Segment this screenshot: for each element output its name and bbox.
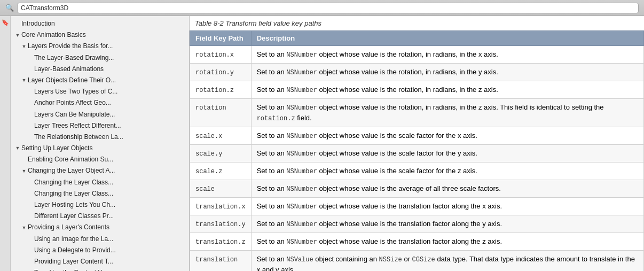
toc-item-layer-objects-define[interactable]: ▼Layer Objects Define Their O...	[11, 75, 189, 86]
toc-label-introduction: Introduction	[21, 19, 55, 29]
triangle-icon-setting-up-layer[interactable]: ▼	[15, 144, 20, 152]
description-cell: Set to an NSNumber object whose value is…	[251, 145, 643, 162]
content-area[interactable]: Table 8-2 Transform field value key path…	[190, 16, 644, 271]
toc-item-layers-can-manipulate[interactable]: Layers Can Be Manipulate...	[11, 109, 189, 120]
toc-item-core-animation-basics[interactable]: ▼Core Animation Basics	[11, 29, 189, 41]
table-row: translation.zSet to an NSNumber object w…	[190, 233, 644, 251]
search-input[interactable]	[17, 3, 639, 13]
toc-item-layer-hosting[interactable]: Layer Hosting Lets You Ch...	[11, 199, 189, 211]
description-cell: Set to an NSNumber object whose value is…	[251, 233, 643, 251]
bookmark-icon[interactable]: 🔖	[1, 18, 10, 27]
description-cell: Set to an NSNumber object whose value is…	[251, 46, 643, 64]
sidebar: 🔖 Introduction▼Core Animation Basics▼Lay…	[0, 16, 190, 271]
toc-item-providing-layer-content[interactable]: Providing Layer Content T...	[11, 256, 189, 267]
description-cell: Set to an NSNumber object whose value is…	[251, 99, 643, 127]
toc-item-layer-based-animations[interactable]: Layer-Based Animations	[11, 64, 189, 75]
toc-item-layers-provide[interactable]: ▼Layers Provide the Basis for...	[11, 41, 189, 52]
inline-code: NSNumber	[286, 168, 317, 175]
field-key-cell: scale.y	[190, 145, 252, 162]
toc-label-setting-up-layer: Setting Up Layer Objects	[21, 143, 92, 153]
field-key-cell: translation.x	[190, 198, 252, 215]
toc-label-anchor-points: Anchor Points Affect Geo...	[34, 98, 111, 108]
toc-item-layers-use-two[interactable]: Layers Use Two Types of C...	[11, 86, 189, 97]
table-row: translationSet to an NSValue object cont…	[190, 251, 644, 272]
field-key-value: scale	[195, 185, 215, 193]
description-cell: Set to an NSNumber object whose value is…	[251, 198, 643, 215]
field-key-value: scale.x	[195, 133, 222, 140]
description-cell: Set to an NSNumber object whose value is…	[251, 215, 643, 233]
triangle-icon-changing-layer-object[interactable]: ▼	[21, 167, 27, 175]
triangle-icon-core-animation-basics[interactable]: ▼	[15, 32, 20, 39]
search-bar: 🔍	[0, 0, 644, 16]
field-key-cell: scale.z	[190, 162, 252, 180]
field-key-cell: rotation.z	[190, 81, 252, 99]
search-icon: 🔍	[5, 4, 14, 12]
toc-item-tweaking-content[interactable]: Tweaking the Content You...	[11, 267, 189, 271]
toc-item-using-delegate[interactable]: Using a Delegate to Provid...	[11, 245, 189, 256]
description-cell: Set to an NSNumber object whose value is…	[251, 81, 643, 99]
toc-label-layers-provide: Layers Provide the Basis for...	[28, 41, 113, 51]
toc-item-setting-up-layer[interactable]: ▼Setting Up Layer Objects	[11, 143, 189, 154]
toc-label-tweaking-content: Tweaking the Content You...	[34, 268, 114, 271]
field-key-cell: scale	[190, 180, 252, 198]
toc-label-providing-layers-contents: Providing a Layer's Contents	[28, 222, 109, 233]
toc-item-anchor-points[interactable]: Anchor Points Affect Geo...	[11, 97, 189, 109]
toc-label-using-image-for: Using an Image for the La...	[34, 234, 113, 244]
inline-code: rotation.z	[257, 115, 295, 122]
toc-item-using-image-for[interactable]: Using an Image for the La...	[11, 234, 189, 245]
toc-label-layer-based-drawing: The Layer-Based Drawing...	[34, 53, 114, 63]
main-layout: 🔖 Introduction▼Core Animation Basics▼Lay…	[0, 16, 644, 271]
inline-code: NSNumber	[286, 203, 317, 211]
inline-code: NSNumber	[286, 150, 317, 158]
table-row: translation.xSet to an NSNumber object w…	[190, 198, 644, 215]
toc-item-introduction[interactable]: Introduction	[11, 18, 189, 29]
toc-label-providing-layer-content: Providing Layer Content T...	[34, 257, 113, 267]
table-row: rotationSet to an NSNumber object whose …	[190, 99, 644, 127]
inline-code: NSSize	[379, 256, 402, 264]
field-key-value: translation.z	[195, 238, 246, 246]
table-row: scaleSet to an NSNumber object whose val…	[190, 180, 644, 198]
field-key-value: scale.z	[195, 168, 222, 175]
description-cell: Set to an NSNumber object whose value is…	[251, 64, 643, 81]
description-cell: Set to an NSNumber object whose value is…	[251, 127, 643, 145]
toc-label-layers-can-manipulate: Layers Can Be Manipulate...	[34, 110, 115, 120]
inline-code: NSNumber	[286, 104, 317, 112]
left-icon-bar: 🔖	[0, 16, 11, 271]
toc-item-layer-based-drawing[interactable]: The Layer-Based Drawing...	[11, 52, 189, 64]
triangle-icon-layers-provide[interactable]: ▼	[21, 43, 27, 50]
toc-item-enabling-core-animation[interactable]: Enabling Core Animation Su...	[11, 154, 189, 165]
toc-item-changing-layer-object[interactable]: ▼Changing the Layer Object A...	[11, 165, 189, 176]
field-key-value: rotation.y	[195, 69, 234, 76]
inline-code: NSNumber	[286, 133, 317, 140]
toc-label-changing-layer-class2: Changing the Layer Class...	[34, 189, 113, 199]
inline-code: NSNumber	[286, 69, 317, 76]
toc-item-different-layer-classes[interactable]: Different Layer Classes Pr...	[11, 211, 189, 222]
toc-label-core-animation-basics: Core Animation Basics	[21, 30, 86, 40]
inline-code: NSNumber	[286, 87, 317, 94]
table-row: rotation.ySet to an NSNumber object whos…	[190, 64, 644, 81]
triangle-icon-layer-objects-define[interactable]: ▼	[21, 76, 27, 84]
table-row: scale.zSet to an NSNumber object whose v…	[190, 162, 644, 180]
field-key-cell: translation	[190, 251, 252, 272]
field-key-cell: rotation.x	[190, 46, 252, 64]
toc-label-layer-based-animations: Layer-Based Animations	[34, 64, 104, 74]
field-key-value: translation.x	[195, 203, 246, 211]
toc-item-layer-trees-reflect[interactable]: Layer Trees Reflect Different...	[11, 120, 189, 131]
table-caption: Table 8-2 Transform field value key path…	[190, 16, 644, 30]
triangle-icon-providing-layers-contents[interactable]: ▼	[21, 224, 27, 231]
table-row: rotation.xSet to an NSNumber object whos…	[190, 46, 644, 64]
toc-item-providing-layers-contents[interactable]: ▼Providing a Layer's Contents	[11, 222, 189, 233]
table-row: translation.ySet to an NSNumber object w…	[190, 215, 644, 233]
field-key-value: rotation.x	[195, 51, 234, 59]
toc-item-relationship-between[interactable]: The Relationship Between La...	[11, 131, 189, 143]
toc-item-changing-layer-class1[interactable]: Changing the Layer Class...	[11, 177, 189, 188]
description-cell: Set to an NSValue object containing an N…	[251, 251, 643, 272]
table-row: rotation.zSet to an NSNumber object whos…	[190, 81, 644, 99]
toc-label-different-layer-classes: Different Layer Classes Pr...	[34, 211, 114, 221]
field-key-cell: rotation.y	[190, 64, 252, 81]
field-key-cell: translation.z	[190, 233, 252, 251]
toc-item-changing-layer-class2[interactable]: Changing the Layer Class...	[11, 188, 189, 199]
toc-label-layer-objects-define: Layer Objects Define Their O...	[28, 75, 116, 86]
transform-table: Table 8-2 Transform field value key path…	[190, 16, 644, 271]
field-key-value: rotation.z	[195, 87, 234, 94]
